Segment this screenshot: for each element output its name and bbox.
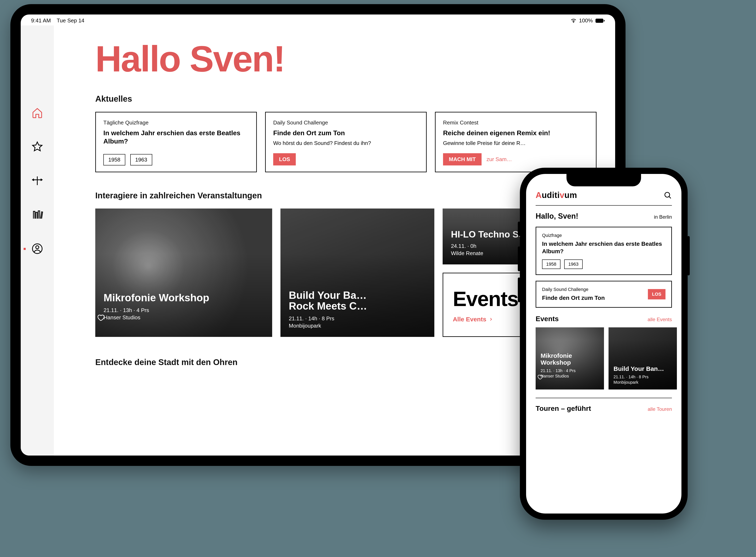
event-tile-buildband[interactable]: Build Your Ba… Rock Meets C… 21.11. · 14… bbox=[281, 208, 434, 337]
status-time: 9:41 AM bbox=[31, 18, 51, 24]
nav-library[interactable] bbox=[31, 208, 44, 222]
card-sound-challenge[interactable]: Daily Sound Challenge Finde den Ort zum … bbox=[265, 112, 427, 172]
all-events-link[interactable]: alle Events bbox=[648, 317, 672, 322]
nav-profile[interactable] bbox=[31, 242, 44, 255]
iphone-side-button bbox=[687, 236, 690, 275]
app-header: Auditivum bbox=[535, 190, 672, 206]
all-events-label: Alle Events bbox=[453, 316, 486, 323]
card-eyebrow: Daily Sound Challenge bbox=[542, 287, 648, 292]
nav-explore[interactable] bbox=[31, 174, 44, 187]
all-tours-link[interactable]: alle Touren bbox=[648, 406, 672, 412]
status-left: 9:41 AM Tue Sep 14 bbox=[31, 18, 84, 24]
quiz-option-1[interactable]: 1963 bbox=[564, 260, 583, 269]
favorite-icon[interactable] bbox=[96, 313, 257, 322]
phone-section-tours: Touren – geführt bbox=[535, 404, 591, 412]
event-title: Build Your Ba… Rock Meets C… bbox=[289, 290, 426, 312]
card-headline: Finde den Ort zum Ton bbox=[542, 294, 648, 302]
iphone-device-frame: Auditivum Hallo, Sven! in Berlin Quizfra… bbox=[520, 168, 688, 520]
phone-location: in Berlin bbox=[654, 214, 672, 220]
machmit-button[interactable]: MACH MIT bbox=[443, 153, 482, 166]
quiz-option-1[interactable]: 1963 bbox=[130, 154, 152, 166]
event-title: Mikrofonie Workshop bbox=[104, 292, 264, 303]
status-right: 100% bbox=[571, 18, 605, 24]
iphone-screen: Auditivum Hallo, Sven! in Berlin Quizfra… bbox=[526, 174, 681, 514]
phone-events-row[interactable]: Mikrofonie Workshop 21.11. · 13h · 4 Prs… bbox=[535, 327, 672, 389]
phone-event-buildband[interactable]: Build Your Ban… 21.11. · 14h · 8 Prs Mon… bbox=[609, 327, 677, 389]
phone-card-challenge[interactable]: Daily Sound Challenge Finde den Ort zum … bbox=[535, 281, 672, 308]
svg-rect-1 bbox=[604, 20, 605, 22]
status-battery-pct: 100% bbox=[579, 18, 593, 24]
svg-point-4 bbox=[665, 192, 670, 197]
iphone-notch bbox=[566, 174, 641, 186]
nav-home[interactable] bbox=[31, 106, 44, 119]
phone-card-quiz[interactable]: Quizfrage In welchem Jahr erschien das e… bbox=[535, 227, 672, 275]
event-venue: Monbijoupark bbox=[613, 380, 672, 385]
card-headline: Finde den Ort zum Ton bbox=[273, 129, 418, 137]
event-venue: Monbijoupark bbox=[289, 322, 426, 329]
card-subtext: Wo hörst du den Sound? Findest du ihn? bbox=[273, 140, 418, 146]
status-date: Tue Sep 14 bbox=[57, 18, 84, 24]
battery-icon bbox=[595, 19, 605, 23]
iphone-volume-up bbox=[518, 246, 520, 271]
favorite-icon[interactable] bbox=[537, 374, 595, 380]
sammlung-link[interactable]: zur Sam… bbox=[487, 156, 512, 163]
event-meta: 21.11. · 13h · 4 Prs bbox=[541, 368, 599, 373]
iphone-mute-switch bbox=[518, 222, 520, 236]
status-bar: 9:41 AM Tue Sep 14 100% bbox=[21, 14, 615, 26]
card-headline: In welchem Jahr erschien das erste Beatl… bbox=[542, 240, 666, 255]
card-remix-contest[interactable]: Remix Contest Reiche deinen eigenen Remi… bbox=[435, 112, 597, 172]
card-subtext: Gewinne tolle Preise für deine R… bbox=[443, 140, 588, 146]
event-tile-mikrofonie[interactable]: Mikrofonie Workshop 21.11. · 13h · 4 Prs… bbox=[95, 208, 272, 337]
card-quiz[interactable]: Tägliche Quizfrage In welchem Jahr ersch… bbox=[95, 112, 257, 172]
card-headline: Reiche deinen eigenen Remix ein! bbox=[443, 129, 588, 137]
page-greeting: Hallo Sven! bbox=[95, 38, 597, 80]
los-button[interactable]: LOS bbox=[273, 153, 296, 166]
sidebar-nav bbox=[21, 26, 54, 456]
app-logo: Auditivum bbox=[535, 190, 577, 200]
aktuelles-cards: Tägliche Quizfrage In welchem Jahr ersch… bbox=[95, 112, 597, 172]
card-eyebrow: Quizfrage bbox=[542, 233, 666, 238]
card-eyebrow: Daily Sound Challenge bbox=[273, 119, 418, 126]
svg-point-3 bbox=[36, 246, 39, 249]
phone-section-events: Events bbox=[535, 315, 559, 323]
notification-dot-icon bbox=[24, 248, 26, 250]
svg-rect-0 bbox=[595, 19, 603, 23]
wifi-icon bbox=[571, 18, 577, 23]
section-title-aktuelles: Aktuelles bbox=[95, 94, 597, 104]
event-title: Mikrofonie Workshop bbox=[541, 352, 599, 366]
event-meta: 21.11. · 14h · 8 Prs bbox=[289, 315, 426, 322]
nav-favorites[interactable] bbox=[31, 140, 44, 153]
phone-greeting: Hallo, Sven! bbox=[535, 212, 578, 221]
iphone-volume-down bbox=[518, 277, 520, 302]
card-headline: In welchem Jahr erschien das erste Beatl… bbox=[104, 129, 249, 145]
phone-event-mikrofonie[interactable]: Mikrofonie Workshop 21.11. · 13h · 4 Prs… bbox=[535, 327, 604, 389]
quiz-option-0[interactable]: 1958 bbox=[542, 260, 560, 269]
event-title: Build Your Ban… bbox=[613, 365, 672, 372]
los-button[interactable]: LOS bbox=[648, 289, 666, 299]
card-eyebrow: Remix Contest bbox=[443, 119, 588, 126]
event-meta: 21.11. · 14h · 8 Prs bbox=[613, 374, 672, 380]
event-meta: 21.11. · 13h · 4 Prs bbox=[104, 307, 264, 314]
quiz-option-0[interactable]: 1958 bbox=[104, 154, 125, 166]
chevron-right-icon bbox=[489, 317, 493, 321]
card-eyebrow: Tägliche Quizfrage bbox=[104, 119, 249, 126]
search-icon[interactable] bbox=[664, 191, 672, 199]
